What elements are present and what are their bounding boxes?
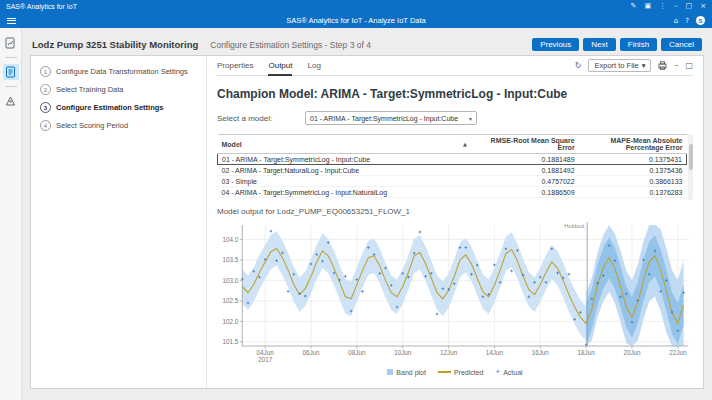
svg-text:22Jun: 22Jun (669, 349, 687, 356)
table-cell: 0.1881489 (471, 154, 579, 165)
band-swatch-icon (387, 369, 393, 375)
print-icon[interactable] (658, 61, 667, 70)
chevron-down-icon: ▾ (642, 61, 646, 70)
export-to-file-button[interactable]: Export to File ▾ (588, 59, 651, 72)
table-cell: 0.3866133 (579, 176, 687, 187)
document-chart-icon (5, 37, 16, 49)
svg-text:Holdout: Holdout (564, 223, 584, 229)
next-button[interactable]: Next (583, 38, 615, 51)
rail-item-data[interactable] (3, 35, 19, 51)
table-cell: 0.1886509 (471, 187, 579, 198)
steps-panel: 1 Configure Data Transformation Settings… (31, 56, 207, 388)
table-cell: 0.1376283 (579, 187, 687, 198)
table-row[interactable]: 01 - ARIMA - Target:SymmetricLog - Input… (218, 154, 687, 165)
table-cell: 0.1375431 (579, 154, 687, 165)
maximize-window-icon[interactable]: □ (686, 3, 693, 10)
close-window-icon[interactable]: × (700, 3, 706, 10)
svg-text:14Jun: 14Jun (486, 349, 504, 356)
svg-text:20Jun: 20Jun (623, 349, 641, 356)
step-item-2[interactable]: 2 Select Training Data (40, 84, 197, 95)
refresh-icon[interactable]: ↻ (575, 61, 582, 70)
page-header: Lodz Pump 3251 Stability Monitoring Conf… (22, 28, 712, 54)
table-scrollbar[interactable] (688, 134, 693, 200)
rail-item-models[interactable] (3, 93, 19, 109)
table-cell: 0.1881492 (471, 165, 579, 176)
step-label: Configure Estimation Settings (56, 103, 164, 112)
svg-text:10Jun: 10Jun (394, 349, 412, 356)
model-select-dropdown[interactable]: 01 - ARIMA - Target:SymmetricLog - Input… (305, 111, 477, 125)
app-bar-title: SAS® Analytics for IoT - Analyze IoT Dat… (0, 16, 712, 25)
help-icon[interactable]: ? (685, 17, 689, 25)
table-row[interactable]: 05 - ARIMA - Target:NaturalLog - Input:N… (218, 198, 687, 201)
step-item-4[interactable]: 4 Select Scoring Period (40, 120, 197, 131)
step-circle: 3 (40, 102, 51, 113)
rail-divider (5, 86, 17, 87)
model-select-value: 01 - ARIMA - Target:SymmetricLog - Input… (310, 115, 458, 122)
svg-text:08Jun: 08Jun (348, 349, 366, 356)
step-circle: 4 (40, 120, 51, 131)
line-swatch-icon (438, 371, 451, 373)
svg-text:12Jun: 12Jun (440, 349, 458, 356)
step-label: Configure Data Transformation Settings (56, 67, 188, 76)
cancel-button[interactable]: Cancel (661, 38, 702, 51)
home-icon[interactable]: ⌂ (674, 17, 678, 25)
chart-title: Model output for Lodz_PUMP_EQ00653251_FL… (217, 207, 693, 216)
sort-ascending-icon[interactable]: ▲ (463, 141, 467, 147)
maximize-panel-icon[interactable]: □ (685, 61, 693, 70)
hamburger-menu-icon[interactable] (7, 18, 16, 24)
page-subtitle: Configure Estimation Settings - Step 3 o… (210, 40, 371, 50)
previous-button[interactable]: Previous (532, 38, 579, 51)
svg-text:102.0: 102.0 (223, 318, 239, 325)
column-rmse[interactable]: RMSE-Root Mean Square Error (471, 135, 579, 154)
column-mape[interactable]: MAPE-Mean Absolute Percentage Error (579, 135, 687, 154)
step-circle: 2 (40, 84, 51, 95)
app-bar: SAS® Analytics for IoT - Analyze IoT Dat… (0, 13, 712, 28)
table-row[interactable]: 02 - ARIMA - Target:NaturalLog - Input:C… (218, 165, 687, 176)
step-item-3[interactable]: 3 Configure Estimation Settings (40, 102, 197, 113)
kebab-menu-icon[interactable]: ⋮ (659, 3, 666, 10)
panel-body: Champion Model: ARIMA - Target:Symmetric… (217, 76, 693, 376)
table-cell: 01 - ARIMA - Target:SymmetricLog - Input… (218, 154, 471, 165)
edit-icon[interactable]: ✎ (631, 3, 637, 10)
table-cell: 02 - ARIMA - Target:NaturalLog - Input:C… (218, 165, 471, 176)
table-row[interactable]: 04 - ARIMA - Target:SymmetricLog - Input… (218, 187, 687, 198)
tab-properties[interactable]: Properties (217, 55, 253, 76)
collapse-panel-icon[interactable]: – (674, 61, 678, 70)
table-cell: 0.1376288 (579, 198, 687, 201)
model-output-chart: 101.5102.0102.5103.0103.5104.004Jun20170… (217, 218, 693, 366)
wizard-card: 1 Configure Data Transformation Settings… (30, 55, 704, 389)
step-circle: 1 (40, 66, 51, 77)
svg-text:104.0: 104.0 (223, 235, 239, 242)
window-title: SAS® Analytics for IoT (6, 3, 77, 10)
champion-model-heading: Champion Model: ARIMA - Target:Symmetric… (217, 87, 693, 101)
tab-output[interactable]: Output (268, 55, 292, 76)
chart-legend: Band plot Predicted + Actual (217, 368, 693, 376)
legend-item-predicted: Predicted (438, 369, 484, 376)
user-avatar[interactable]: S (696, 16, 705, 25)
finish-button[interactable]: Finish (620, 38, 657, 51)
main-area: Lodz Pump 3251 Stability Monitoring Conf… (22, 28, 712, 400)
rail-item-analyze[interactable] (3, 64, 19, 80)
svg-text:102.5: 102.5 (223, 297, 239, 304)
step-item-1[interactable]: 1 Configure Data Transformation Settings (40, 66, 197, 77)
svg-text:06Jun: 06Jun (302, 349, 320, 356)
table-cell: 0.4757022 (471, 176, 579, 187)
plus-marker-icon: + (496, 368, 501, 376)
svg-text:2017: 2017 (258, 356, 272, 363)
step-label: Select Scoring Period (56, 121, 128, 130)
page-icon (5, 66, 16, 78)
tab-log[interactable]: Log (307, 55, 320, 76)
table-row[interactable]: 03 - Simple0.47570220.3866133 (218, 176, 687, 187)
table-cell: 0.1375436 (579, 165, 687, 176)
minimize-window-icon[interactable]: – (674, 3, 678, 10)
table-cell: 03 - Simple (218, 176, 471, 187)
scrollbar-thumb[interactable] (689, 144, 693, 170)
select-model-label: Select a model: (217, 114, 305, 123)
table-cell: 04 - ARIMA - Target:SymmetricLog - Input… (218, 187, 471, 198)
svg-text:16Jun: 16Jun (532, 349, 550, 356)
table-cell: 0.188654 (471, 198, 579, 201)
tabs-row: Properties Output Log ↻ Export to File ▾… (217, 56, 693, 76)
column-model[interactable]: Model ▲ (218, 135, 471, 154)
app-window-icon[interactable]: ▣ (644, 3, 651, 10)
legend-item-actual: + Actual (496, 368, 523, 376)
